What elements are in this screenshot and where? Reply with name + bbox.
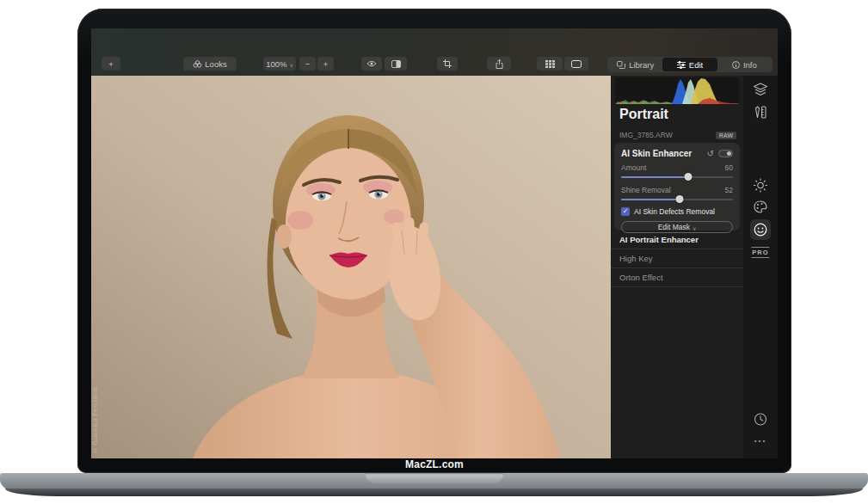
- looks-button[interactable]: Looks: [183, 57, 237, 71]
- edit-side-panel: Portrait IMG_3785.ARW RAW AI Skin Enhanc…: [611, 76, 743, 458]
- portrait-face-icon: [754, 223, 767, 237]
- professional-category-button[interactable]: PRO: [751, 247, 769, 258]
- histogram: [615, 77, 739, 104]
- skin-defects-checkbox[interactable]: ✓: [621, 207, 630, 216]
- shine-removal-label: Shine Removal: [621, 186, 671, 194]
- portrait-category-button-active[interactable]: [750, 219, 771, 240]
- app-window: + Looks 100% ∨ −: [91, 28, 778, 458]
- edit-sliders-icon: [677, 61, 686, 69]
- preview-toggle-button[interactable]: [361, 57, 382, 71]
- zoom-out-button[interactable]: −: [299, 57, 316, 71]
- slider-fill: [621, 199, 680, 200]
- compare-button[interactable]: [385, 57, 407, 71]
- slider-fill: [621, 176, 688, 178]
- view-mode-tabs: Library Edit: [607, 57, 773, 72]
- shine-removal-slider[interactable]: [621, 195, 733, 203]
- amount-slider[interactable]: [621, 173, 733, 181]
- card-title: AI Skin Enhancer: [621, 149, 707, 158]
- slider-handle[interactable]: [675, 195, 683, 203]
- skin-defects-label: AI Skin Defects Removal: [634, 207, 715, 216]
- add-photos-button[interactable]: +: [102, 57, 120, 71]
- panel-title: Portrait: [619, 107, 668, 122]
- tool-category-strip: PRO •••: [743, 76, 778, 458]
- laptop-screen-frame: + Looks 100% ∨ −: [77, 9, 791, 473]
- grid-view-icon: [545, 60, 555, 68]
- shine-removal-slider-row: Shine Removal 52: [621, 186, 733, 203]
- zoom-level-value: 100%: [266, 59, 286, 69]
- tab-edit[interactable]: Edit: [662, 58, 717, 71]
- share-icon: [496, 59, 503, 69]
- amount-label: Amount: [621, 163, 646, 172]
- tool-orton-effect[interactable]: Orton Effect: [611, 268, 743, 287]
- photo-canvas[interactable]: © Gianluca Ferradino: [91, 76, 611, 458]
- plus-icon: +: [323, 59, 329, 69]
- laptop-base: [0, 473, 868, 497]
- raw-badge: RAW: [716, 132, 736, 139]
- info-icon: [732, 61, 740, 69]
- file-info-row: IMG_3785.ARW RAW: [619, 131, 736, 139]
- skin-defects-row: ✓ AI Skin Defects Removal: [621, 207, 733, 216]
- looks-label: Looks: [205, 59, 226, 69]
- enhancer-toggle[interactable]: [718, 150, 733, 157]
- amount-slider-row: Amount 60: [621, 163, 733, 181]
- laptop-base-edge: [5, 489, 863, 496]
- crop-icon: [443, 59, 452, 68]
- tab-library-label: Library: [629, 60, 654, 70]
- essentials-sun-icon[interactable]: [754, 178, 768, 193]
- tool-section-list: AI Portrait Enhancer High Key Orton Effe…: [611, 230, 743, 287]
- tool-ai-portrait-enhancer[interactable]: AI Portrait Enhancer: [611, 230, 743, 249]
- photo-credit-watermark: © Gianluca Ferradino: [92, 386, 98, 453]
- tab-edit-label: Edit: [689, 60, 703, 70]
- canvas-tools-icon[interactable]: [754, 106, 766, 119]
- library-icon: [617, 61, 625, 69]
- single-view-button[interactable]: [564, 57, 588, 71]
- undo-icon[interactable]: ↺: [707, 149, 714, 158]
- screenshot-stage: + Looks 100% ∨ −: [0, 0, 868, 504]
- chevron-down-icon: ∨: [693, 224, 696, 230]
- more-options-icon[interactable]: •••: [754, 437, 766, 445]
- shine-removal-value: 52: [725, 186, 733, 194]
- chevron-down-icon: ∨: [289, 61, 292, 67]
- looks-icon: [193, 60, 202, 68]
- zoom-level-dropdown[interactable]: 100% ∨: [263, 57, 296, 71]
- laptop-lid-notch: [365, 473, 504, 483]
- creative-palette-icon[interactable]: [754, 200, 767, 213]
- export-button[interactable]: [487, 57, 511, 71]
- plus-icon: +: [108, 59, 114, 69]
- before-after-icon: [391, 60, 401, 68]
- tab-library[interactable]: Library: [608, 58, 662, 71]
- layers-icon[interactable]: [754, 83, 768, 96]
- tab-info-label: Info: [743, 60, 757, 70]
- eye-icon: [366, 60, 377, 67]
- minus-icon: −: [305, 59, 311, 69]
- portrait-photo: [91, 76, 611, 458]
- ai-skin-enhancer-card: AI Skin Enhancer ↺ Amount 60: [614, 143, 740, 230]
- single-view-icon: [571, 60, 582, 68]
- toggle-knob: [727, 151, 731, 156]
- filename-label: IMG_3785.ARW: [619, 131, 716, 139]
- slider-handle[interactable]: [685, 173, 693, 181]
- zoom-in-button[interactable]: +: [317, 57, 334, 71]
- crop-button[interactable]: [437, 57, 458, 71]
- amount-value: 60: [725, 163, 733, 172]
- history-clock-icon[interactable]: [754, 413, 767, 426]
- bezel-brand-text: MacZL.com: [77, 458, 791, 471]
- app-toolbar: + Looks 100% ∨ −: [91, 28, 778, 76]
- card-header: AI Skin Enhancer ↺: [621, 149, 733, 158]
- tool-high-key[interactable]: High Key: [611, 249, 743, 268]
- tab-info[interactable]: Info: [717, 58, 772, 71]
- grid-view-button[interactable]: [537, 57, 563, 71]
